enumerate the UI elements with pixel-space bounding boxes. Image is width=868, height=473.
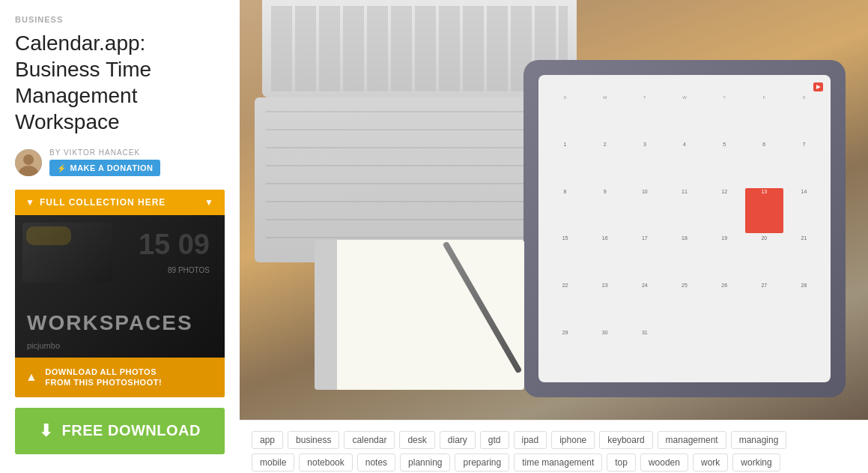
download-all-bar[interactable]: ▲ DOWNLOAD ALL PHOTOS FROM THIS PHOTOSHO… — [15, 358, 225, 397]
tag-mobile[interactable]: mobile — [252, 454, 294, 472]
tag-time-management[interactable]: time management — [514, 454, 602, 472]
left-panel: BUSINESS Calendar.app: Business Time Man… — [0, 0, 240, 473]
tag-gtd[interactable]: gtd — [480, 431, 509, 449]
collection-banner-left: ▼ FULL COLLECTION HERE — [25, 197, 166, 208]
download-all-line1: DOWNLOAD ALL PHOTOS — [45, 367, 162, 377]
tag-preparing[interactable]: preparing — [455, 454, 509, 472]
tag-ipad[interactable]: ipad — [514, 431, 547, 449]
main-photo: ▶ S M T W T F S 1 2 3 4 5 6 — [240, 0, 868, 420]
ipad-screen: ▶ S M T W T F S 1 2 3 4 5 6 — [538, 75, 831, 382]
download-all-line2: FROM THIS PHOTOSHOOT! — [45, 377, 162, 388]
tag-business[interactable]: business — [288, 431, 339, 449]
author-info: BY VIKTOR HANACEK ⚡ MAKE A DONATION — [49, 148, 160, 176]
tag-planning[interactable]: planning — [400, 454, 450, 472]
calendar-grid: S M T W T F S 1 2 3 4 5 6 7 8 — [546, 94, 823, 375]
tag-notes[interactable]: notes — [357, 454, 395, 472]
download-all-text: DOWNLOAD ALL PHOTOS FROM THIS PHOTOSHOOT… — [45, 367, 162, 388]
tag-working[interactable]: working — [732, 454, 780, 472]
calendar-header-badge: ▶ — [813, 82, 823, 91]
download-icon: ⬇ — [39, 421, 53, 441]
thumb-date: 15 09 — [139, 230, 210, 259]
donate-label: MAKE A DONATION — [70, 163, 154, 172]
thumb-title: WORKSPACES — [27, 311, 193, 335]
tag-managing[interactable]: managing — [731, 431, 787, 449]
collection-banner[interactable]: ▼ FULL COLLECTION HERE ▼ — [15, 190, 225, 215]
thumb-brand: picjumbo — [27, 341, 60, 350]
avatar — [15, 149, 42, 176]
chevron-down-icon: ▼ — [25, 197, 35, 208]
free-download-button[interactable]: ⬇ FREE DOWNLOAD — [15, 408, 225, 454]
category-label: BUSINESS — [15, 15, 225, 24]
tags-row-1: appbusinesscalendardeskdiarygtdipadiphon… — [252, 431, 856, 449]
tag-desk[interactable]: desk — [399, 431, 434, 449]
tag-management[interactable]: management — [658, 431, 726, 449]
thumb-glasses-shape — [26, 226, 71, 245]
chevron-down-icon-right: ▼ — [204, 197, 214, 208]
right-panel: ▶ S M T W T F S 1 2 3 4 5 6 — [240, 0, 868, 473]
tag-iphone[interactable]: iphone — [551, 431, 595, 449]
notebook-shape — [315, 240, 524, 390]
arrow-up-icon: ▲ — [25, 370, 37, 385]
donate-button[interactable]: ⚡ MAKE A DONATION — [49, 160, 160, 176]
tags-area: appbusinesscalendardeskdiarygtdipadiphon… — [240, 420, 868, 473]
tag-wooden[interactable]: wooden — [640, 454, 688, 472]
bolt-icon: ⚡ — [57, 164, 67, 172]
thumb-photos: 89 PHOTOS — [168, 266, 210, 274]
photo-title: Calendar.app: Business Time Management W… — [15, 30, 225, 135]
author-by-label: BY VIKTOR HANACEK — [49, 148, 160, 157]
tag-work[interactable]: work — [693, 454, 728, 472]
ipad-shape: ▶ S M T W T F S 1 2 3 4 5 6 — [523, 60, 846, 397]
free-download-label: FREE DOWNLOAD — [62, 422, 201, 439]
tags-row-2: mobilenotebooknotesplanningpreparingtime… — [252, 454, 856, 472]
author-row: BY VIKTOR HANACEK ⚡ MAKE A DONATION — [15, 148, 225, 176]
collection-banner-label: FULL COLLECTION HERE — [40, 197, 166, 208]
tag-notebook[interactable]: notebook — [299, 454, 352, 472]
tag-calendar[interactable]: calendar — [344, 431, 395, 449]
tag-app[interactable]: app — [252, 431, 283, 449]
collection-thumbnail: 15 09 89 PHOTOS WORKSPACES picjumbo — [15, 215, 225, 358]
main-image-area: ▶ S M T W T F S 1 2 3 4 5 6 — [240, 0, 868, 420]
tag-keyboard[interactable]: keyboard — [599, 431, 652, 449]
svg-point-1 — [23, 154, 34, 165]
avatar-inner — [15, 149, 42, 176]
tag-top[interactable]: top — [607, 454, 636, 472]
tag-diary[interactable]: diary — [440, 431, 476, 449]
